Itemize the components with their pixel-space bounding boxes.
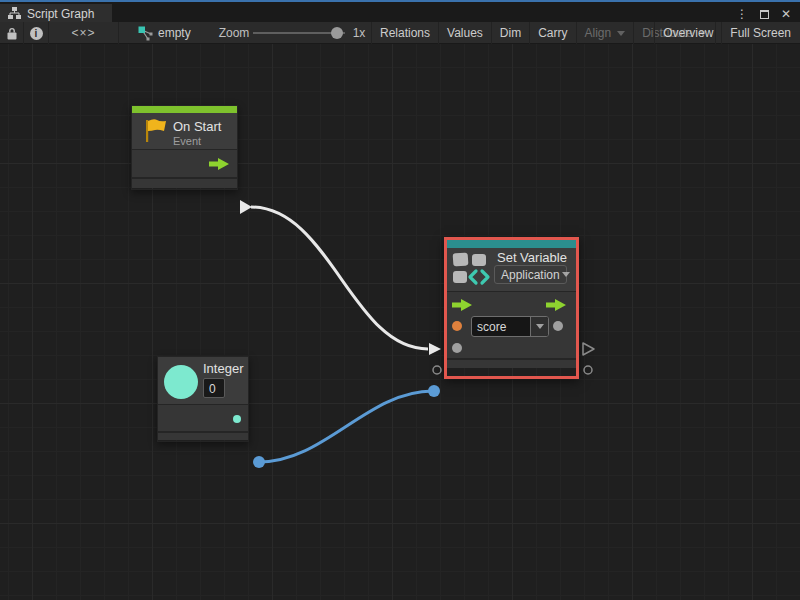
graph-canvas[interactable]: On Start Event Integer (0, 44, 800, 600)
node-title: On Start (173, 119, 221, 134)
node-integer[interactable]: Integer (157, 356, 249, 442)
chevron-down-icon (536, 324, 544, 329)
set-variable-icon (452, 250, 492, 288)
variable-scope-dropdown[interactable]: Application (494, 265, 567, 284)
lock-icon (6, 27, 18, 40)
lock-button[interactable] (0, 22, 24, 44)
value-output-port[interactable] (553, 321, 563, 331)
info-icon: i (30, 27, 43, 40)
carry-button[interactable]: Carry (530, 22, 576, 44)
integer-value-field[interactable] (203, 378, 225, 398)
zoom-slider[interactable] (253, 22, 345, 44)
graph-toolbar: i <×> empty Zoom 1x Relations Values Dim… (0, 22, 800, 44)
zoom-value: 1x (347, 22, 371, 44)
zoom-to-fit-button[interactable]: <×> (49, 22, 119, 44)
variable-name-field[interactable] (471, 316, 549, 337)
chevron-down-icon (562, 272, 570, 277)
flag-icon (143, 118, 169, 144)
integer-type-icon (164, 365, 198, 399)
flow-wire-arrowhead (429, 343, 441, 355)
variable-name-port[interactable] (452, 321, 462, 331)
unconnected-flow-hint-triangle (583, 343, 594, 355)
wires-layer (0, 88, 800, 600)
zoom-slider-track[interactable] (253, 32, 345, 34)
breadcrumb-label: empty (158, 26, 191, 40)
node-title: Integer (203, 361, 243, 376)
align-dropdown[interactable]: Align (577, 22, 635, 44)
flow-wire-start-cap (240, 200, 252, 214)
value-input-port[interactable] (452, 343, 462, 353)
tab-script-graph[interactable]: Script Graph (0, 4, 112, 24)
zoom-slider-knob[interactable] (331, 27, 343, 39)
chevron-down-icon (617, 31, 625, 36)
tab-title: Script Graph (27, 7, 94, 21)
event-accent-bar (132, 106, 237, 113)
script-graph-window: Script Graph ⋮ ✕ i <×> (0, 0, 800, 600)
integer-output-port[interactable] (233, 415, 241, 423)
dim-button[interactable]: Dim (492, 22, 530, 44)
node-set-variable[interactable]: Set Variable Application (444, 237, 579, 379)
code-icon: <×> (71, 26, 95, 40)
graph-breadcrumb[interactable]: empty (132, 22, 202, 44)
value-wire-start-cap (253, 456, 265, 468)
value-wire-end-cap (428, 385, 440, 397)
window-maximize-icon[interactable] (756, 5, 772, 23)
variable-name-dropdown-button[interactable] (530, 317, 548, 336)
window-menu-icon[interactable]: ⋮ (734, 5, 750, 23)
graph-tab-icon (8, 7, 21, 22)
unconnected-input-hint-circle (433, 366, 441, 374)
flow-wire[interactable] (251, 207, 428, 349)
node-on-start[interactable]: On Start Event (131, 105, 238, 190)
variable-accent-bar (447, 240, 576, 248)
zoom-label: Zoom (214, 22, 254, 44)
fullscreen-button[interactable]: Full Screen (722, 22, 799, 44)
tab-bar: Script Graph ⋮ ✕ (0, 0, 800, 22)
unconnected-output-hint-circle (584, 366, 592, 374)
graph-icon (138, 26, 153, 41)
variable-name-input[interactable] (472, 317, 530, 336)
flow-output-port[interactable] (209, 158, 229, 170)
flow-input-port[interactable] (452, 299, 472, 311)
info-button[interactable]: i (24, 22, 49, 44)
value-wire[interactable] (259, 391, 433, 462)
node-subtitle: Event (173, 135, 201, 147)
values-button[interactable]: Values (439, 22, 492, 44)
overview-button[interactable]: Overview (655, 22, 722, 44)
relations-button[interactable]: Relations (372, 22, 439, 44)
flow-output-port[interactable] (546, 299, 566, 311)
integer-value-input[interactable] (204, 380, 224, 398)
node-title: Set Variable (497, 250, 567, 265)
window-close-icon[interactable]: ✕ (778, 5, 794, 23)
